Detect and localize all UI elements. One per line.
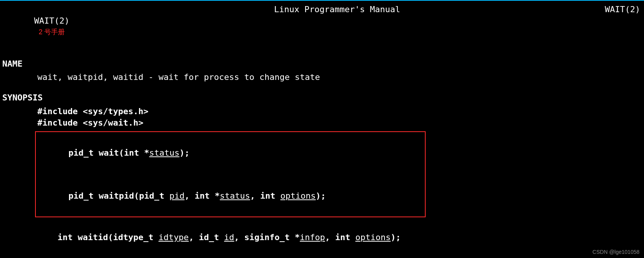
- section-synopsis-label: SYNOPSIS: [2, 92, 642, 104]
- header-center: Linux Programmer's Manual: [69, 4, 605, 15]
- page-ref-right: WAIT(2): [605, 4, 640, 15]
- wid-arg-options: options: [356, 233, 391, 242]
- wp-arg-options: options: [280, 191, 316, 201]
- wid-arg-idtype: idtype: [159, 233, 189, 242]
- name-description: wait, waitpid, waitid - wait for process…: [37, 72, 642, 83]
- wid-m3: , int: [325, 233, 355, 242]
- wp-arg-pid: pid: [169, 191, 184, 201]
- man-header: WAIT(2) 2 号手册 Linux Programmer's Manual …: [2, 4, 642, 49]
- prototype-wait: pid_t wait(int *status);: [38, 136, 326, 170]
- annotation-label: 2 号手册: [38, 28, 65, 36]
- wid-m1: , id_t: [189, 233, 224, 242]
- wid-arg-infop: infop: [300, 233, 325, 242]
- wid-close: );: [391, 233, 401, 242]
- wp-arg-status: status: [220, 191, 250, 201]
- wp-close: );: [316, 191, 326, 201]
- wid-m2: , siginfo_t *: [234, 233, 300, 242]
- header-left: WAIT(2) 2 号手册: [4, 4, 69, 49]
- include-line-2: #include <sys/wait.h>: [37, 117, 642, 129]
- wait-sig-close: );: [179, 148, 190, 158]
- prototype-waitid: int waitid(idtype_t idtype, id_t id, sig…: [37, 220, 642, 254]
- wp-m2: , int: [250, 191, 280, 201]
- wid-prefix: int waitid(idtype_t: [58, 233, 159, 242]
- wait-arg-status: status: [149, 148, 179, 158]
- page-ref-left: WAIT(2): [34, 16, 69, 25]
- include-line-1: #include <sys/types.h>: [37, 106, 642, 117]
- section-name-label: NAME: [2, 58, 642, 70]
- wp-prefix: pid_t waitpid(pid_t: [68, 191, 169, 201]
- spacer: [38, 170, 326, 179]
- wp-m1: , int *: [184, 191, 220, 201]
- highlight-box: pid_t wait(int *status); pid_t waitpid(p…: [35, 131, 426, 217]
- wid-arg-id: id: [224, 233, 234, 242]
- man-page: WAIT(2) 2 号手册 Linux Programmer's Manual …: [0, 0, 644, 258]
- prototype-waitpid: pid_t waitpid(pid_t pid, int *status, in…: [38, 179, 326, 213]
- wait-sig-prefix: pid_t wait(int *: [68, 148, 149, 158]
- watermark-label: CSDN @lge101058: [593, 248, 639, 256]
